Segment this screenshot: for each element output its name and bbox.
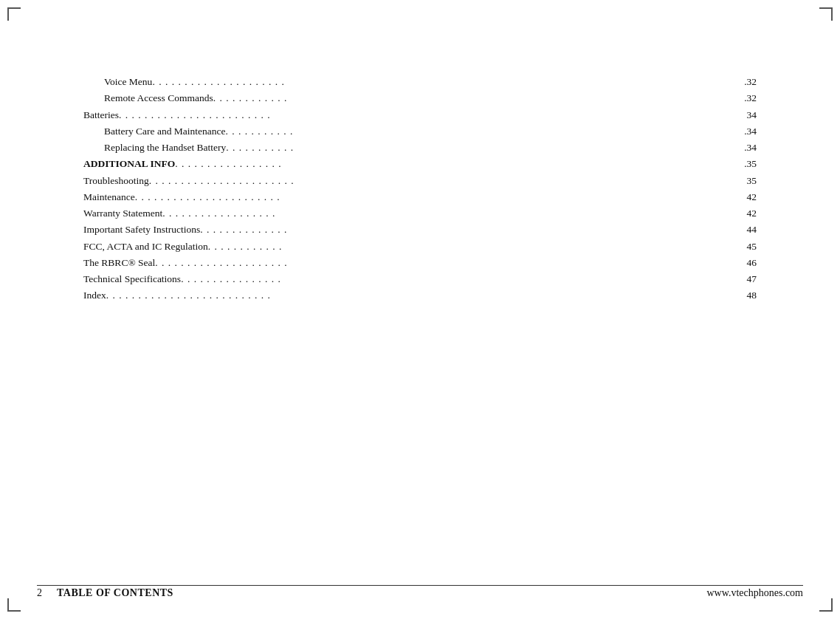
toc-entry-dots: . . . . . . . . . . . . . . . . xyxy=(181,271,734,287)
toc-entry-page: 34 xyxy=(734,107,757,123)
toc-entry-page: .35 xyxy=(734,156,757,172)
toc-entry-dots: . . . . . . . . . . . . . . . . . . . . … xyxy=(106,287,734,304)
footer: 2 TABLE OF CONTENTS www.vtechphones.com xyxy=(0,575,840,619)
toc-entry-page: 35 xyxy=(734,173,757,189)
toc-entry-page: 42 xyxy=(734,205,757,222)
toc-entry-label: Index xyxy=(83,287,106,304)
footer-url: www.vtechphones.com xyxy=(706,587,803,599)
page: Voice Menu . . . . . . . . . . . . . . .… xyxy=(0,0,840,619)
toc-entry-label: Troubleshooting xyxy=(83,173,149,189)
toc-entry: Troubleshooting . . . . . . . . . . . . … xyxy=(83,173,757,189)
toc-entries: Voice Menu . . . . . . . . . . . . . . .… xyxy=(83,74,757,304)
toc-entry-label: Remote Access Commands xyxy=(83,90,213,106)
toc-entry-page: .32 xyxy=(734,74,757,90)
toc-entry-label: Technical Specifications xyxy=(83,271,181,287)
toc-entry-dots: . . . . . . . . . . . xyxy=(226,140,734,156)
toc-entry-page: .34 xyxy=(734,123,757,140)
toc-entry: Batteries . . . . . . . . . . . . . . . … xyxy=(83,107,757,123)
toc-entry-page: 48 xyxy=(734,287,757,304)
toc-entry: Maintenance . . . . . . . . . . . . . . … xyxy=(83,189,757,205)
toc-entry: Voice Menu . . . . . . . . . . . . . . .… xyxy=(83,74,757,90)
toc-entry-label: The RBRC® Seal xyxy=(83,255,155,271)
toc-entry: Technical Specifications . . . . . . . .… xyxy=(83,271,757,287)
toc-entry-dots: . . . . . . . . . . . . xyxy=(213,90,734,106)
toc-entry-dots: . . . . . . . . . . . . . . . . . xyxy=(175,156,734,172)
toc-entry-label: Important Safety Instructions xyxy=(83,222,200,238)
toc-entry-dots: . . . . . . . . . . . . . . . . . . xyxy=(162,205,734,222)
toc-entry-dots: . . . . . . . . . . . . . . . . . . . . … xyxy=(149,173,734,189)
footer-left: 2 TABLE OF CONTENTS xyxy=(37,587,173,599)
toc-entry-page: 46 xyxy=(734,255,757,271)
toc-entry: FCC, ACTA and IC Regulation . . . . . . … xyxy=(83,239,757,255)
toc-entry-label: Battery Care and Maintenance xyxy=(83,123,226,140)
toc-entry-dots: . . . . . . . . . . . . . . . . . . . . … xyxy=(155,255,734,271)
toc-entry: ADDITIONAL INFO . . . . . . . . . . . . … xyxy=(83,156,757,172)
toc-entry-page: 45 xyxy=(734,239,757,255)
toc-entry-dots: . . . . . . . . . . . xyxy=(226,123,734,140)
corner-mark-top-left xyxy=(7,7,21,21)
toc-entry: Important Safety Instructions . . . . . … xyxy=(83,222,757,238)
toc-entry-page: 47 xyxy=(734,271,757,287)
footer-page-number: 2 xyxy=(37,587,42,599)
toc-entry-label: Warranty Statement xyxy=(83,205,162,222)
toc-entry-dots: . . . . . . . . . . . . . . xyxy=(200,222,734,238)
toc-entry-label: FCC, ACTA and IC Regulation xyxy=(83,239,208,255)
toc-entry-label: Voice Menu xyxy=(83,74,152,90)
toc-entry-label: Maintenance xyxy=(83,189,135,205)
toc-entry-dots: . . . . . . . . . . . . . . . . . . . . … xyxy=(119,107,734,123)
toc-entry-dots: . . . . . . . . . . . . . . . . . . . . … xyxy=(135,189,734,205)
toc-entry: Remote Access Commands . . . . . . . . .… xyxy=(83,90,757,106)
toc-entry-dots: . . . . . . . . . . . . . . . . . . . . … xyxy=(152,74,734,90)
toc-entry: Index . . . . . . . . . . . . . . . . . … xyxy=(83,287,757,304)
toc-entry-page: 42 xyxy=(734,189,757,205)
toc-entry: Replacing the Handset Battery . . . . . … xyxy=(83,140,757,156)
toc-entry-label: Batteries xyxy=(83,107,119,123)
toc-entry-page: .32 xyxy=(734,90,757,106)
toc-entry: Warranty Statement. . . . . . . . . . . … xyxy=(83,205,757,222)
toc-entry-page: .34 xyxy=(734,140,757,156)
corner-mark-top-right xyxy=(819,7,833,21)
toc-entry-dots: . . . . . . . . . . . . xyxy=(208,239,734,255)
toc-entry: The RBRC® Seal . . . . . . . . . . . . .… xyxy=(83,255,757,271)
footer-title: TABLE OF CONTENTS xyxy=(57,587,173,599)
toc-entry-label: ADDITIONAL INFO xyxy=(83,156,175,172)
toc-entry-label: Replacing the Handset Battery xyxy=(83,140,226,156)
toc-entry-page: 44 xyxy=(734,222,757,238)
main-content: Voice Menu . . . . . . . . . . . . . . .… xyxy=(0,0,840,619)
toc-entry: Battery Care and Maintenance . . . . . .… xyxy=(83,123,757,140)
